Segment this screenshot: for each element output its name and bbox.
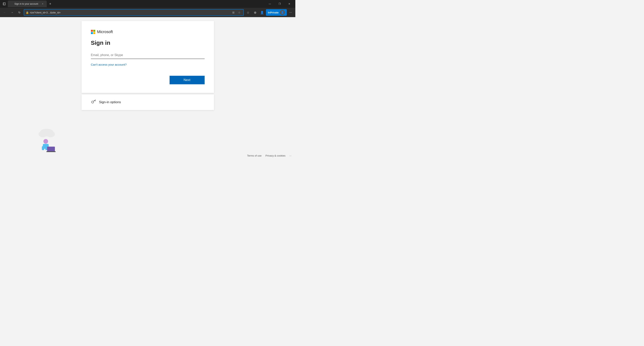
minimize-button[interactable]: — <box>265 1 274 7</box>
sidebar-toggle[interactable] <box>2 1 7 6</box>
signin-card: Microsoft Sign in Can't access your acco… <box>82 21 214 93</box>
tab-close-button[interactable]: × <box>41 2 44 6</box>
url-text: rize?client_id=3…&site_id= <box>30 11 230 14</box>
svg-rect-13 <box>47 146 55 152</box>
svg-point-2 <box>92 101 94 103</box>
svg-rect-14 <box>46 151 56 152</box>
refresh-button[interactable]: ↻ <box>16 9 22 16</box>
svg-rect-11 <box>42 146 44 150</box>
key-icon <box>91 99 96 105</box>
forward-button[interactable]: → <box>9 9 15 16</box>
toolbar-right: ☆ ⊕ 👤 InPrivate 👤 ··· <box>245 9 294 16</box>
ms-logo-grid <box>91 30 95 34</box>
inprivate-label: InPrivate <box>268 11 278 14</box>
more-button[interactable]: ··· <box>288 9 294 16</box>
svg-line-5 <box>94 101 94 101</box>
back-button[interactable]: ← <box>2 9 8 16</box>
svg-point-7 <box>38 131 47 137</box>
privacy-link[interactable]: Privacy & cookies <box>266 154 286 157</box>
avatar: 👤 <box>280 10 285 15</box>
signin-options-text: Sign-in options <box>99 100 121 104</box>
page-content: Microsoft Sign in Can't access your acco… <box>0 17 295 159</box>
favorites-button[interactable]: ☆ <box>245 9 251 16</box>
background-illustration <box>31 121 66 153</box>
tab-bar: Sign in to your account × + — ❐ ✕ <box>0 0 295 8</box>
svg-point-8 <box>46 131 55 137</box>
new-tab-button[interactable]: + <box>48 1 53 6</box>
maximize-button[interactable]: ❐ <box>275 1 284 7</box>
microsoft-logo: Microsoft <box>91 30 204 34</box>
signin-options-card[interactable]: Sign-in options <box>82 94 214 110</box>
inprivate-button[interactable]: InPrivate 👤 <box>266 9 287 16</box>
tab-favicon <box>10 2 13 5</box>
svg-rect-0 <box>3 3 6 5</box>
next-button-row: Next <box>91 76 204 84</box>
page-footer: Terms of use Privacy & cookies ··· <box>0 153 295 159</box>
address-bar-row: ← → ↻ 🔒 rize?client_id=3…&site_id= ⊞ ☆ ☆… <box>0 8 295 17</box>
terms-link[interactable]: Terms of use <box>247 154 262 157</box>
next-button[interactable]: Next <box>170 76 204 84</box>
svg-point-9 <box>44 139 48 144</box>
collections-button[interactable]: ⊕ <box>252 9 258 16</box>
ms-logo-text: Microsoft <box>97 30 113 34</box>
browser-tab-active[interactable]: Sign in to your account × <box>8 0 47 7</box>
address-bar-actions: ⊞ ☆ <box>231 10 242 15</box>
footer-more[interactable]: ··· <box>289 154 292 157</box>
favorites-star-icon[interactable]: ☆ <box>237 10 242 15</box>
close-button[interactable]: ✕ <box>285 1 294 7</box>
address-bar[interactable]: 🔒 rize?client_id=3…&site_id= ⊞ ☆ <box>24 9 244 16</box>
tab-title: Sign in to your account <box>14 2 39 5</box>
split-screen-icon[interactable]: ⊞ <box>231 10 236 15</box>
cant-access-link[interactable]: Can't access your account? <box>91 63 127 66</box>
signin-title: Sign in <box>91 40 204 46</box>
lock-icon: 🔒 <box>26 11 29 14</box>
window-controls: — ❐ ✕ <box>265 1 294 7</box>
email-input[interactable] <box>91 52 204 59</box>
profile-button[interactable]: 👤 <box>259 9 265 16</box>
svg-line-4 <box>95 100 96 101</box>
